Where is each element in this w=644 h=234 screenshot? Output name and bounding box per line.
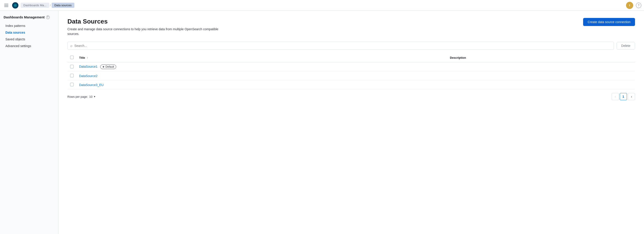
rows-per-page[interactable]: Rows per page: 10 ▾ — [68, 95, 95, 98]
sidebar-item-index-patterns[interactable]: Index patterns — [4, 23, 54, 29]
next-page-button[interactable]: › — [628, 93, 635, 100]
datasource3-link[interactable]: DataSource3_EU — [79, 83, 104, 87]
nav-right: t ? — [626, 2, 641, 9]
main-content: Data Sources Create and manage data sour… — [58, 11, 644, 234]
search-icon: ⌕ — [70, 44, 72, 48]
breadcrumb-current[interactable]: Data sources — [52, 3, 74, 8]
row-2-description-cell — [447, 72, 635, 81]
svg-rect-2 — [4, 6, 8, 7]
row-2-checkbox[interactable] — [70, 74, 74, 77]
table-row: DataSource3_EU — [68, 81, 635, 89]
sidebar-item-advanced-settings[interactable]: Advanced settings — [4, 43, 54, 49]
sidebar-nav: Index patterns Data sources Saved object… — [4, 23, 54, 49]
search-wrapper: ⌕ — [68, 42, 614, 50]
data-sources-table: Title ↑ Description DataSource1 ★ — [68, 53, 635, 89]
sidebar-item-saved-objects[interactable]: Saved objects — [4, 36, 54, 42]
top-nav: Dashboards Ma... / Data sources t ? — [0, 0, 644, 11]
row-1-checkbox[interactable] — [70, 65, 74, 68]
sidebar: Dashboards Management ? Index patterns D… — [0, 11, 58, 234]
default-badge-label: Default — [106, 65, 114, 68]
table-body: DataSource1 ★ Default DataSource2 — [68, 62, 635, 89]
breadcrumb: Dashboards Ma... / Data sources — [21, 3, 624, 8]
sort-icon: ↑ — [87, 56, 88, 59]
main-header: Data Sources Create and manage data sour… — [68, 18, 635, 36]
col-header-title[interactable]: Title ↑ — [76, 53, 447, 62]
row-3-checkbox-cell — [68, 81, 76, 89]
rows-per-page-chevron: ▾ — [94, 95, 95, 98]
select-all-checkbox[interactable] — [70, 56, 74, 59]
pagination-controls: ‹ 1 › — [612, 93, 635, 100]
current-page-number[interactable]: 1 — [620, 93, 627, 100]
create-data-source-button[interactable]: Create data source connection — [583, 18, 635, 26]
row-1-checkbox-cell — [68, 62, 76, 72]
default-badge: ★ Default — [100, 65, 116, 69]
row-1-description-cell — [447, 62, 635, 72]
help-button[interactable]: ? — [636, 3, 641, 8]
table-row: DataSource1 ★ Default — [68, 62, 635, 72]
search-delete-row: ⌕ Delete — [68, 42, 635, 50]
user-avatar[interactable]: t — [626, 2, 633, 9]
sidebar-title: Dashboards Management ? — [4, 15, 54, 19]
svg-rect-0 — [4, 4, 8, 4]
sidebar-help-icon[interactable]: ? — [46, 15, 50, 19]
row-3-description-cell — [447, 81, 635, 89]
delete-button[interactable]: Delete — [616, 42, 635, 50]
col-header-description: Description — [447, 53, 635, 62]
col-title-label: Title — [79, 56, 85, 59]
page-title: Data Sources — [68, 18, 225, 25]
default-badge-icon: ★ — [102, 65, 105, 68]
breadcrumb-separator: / — [50, 4, 51, 7]
prev-page-button[interactable]: ‹ — [612, 93, 619, 100]
rows-per-page-value: 10 — [89, 95, 92, 98]
main-layout: Dashboards Management ? Index patterns D… — [0, 11, 644, 234]
row-1-title-cell: DataSource1 ★ Default — [76, 62, 447, 72]
table-header-row: Title ↑ Description — [68, 53, 635, 62]
row-3-checkbox[interactable] — [70, 83, 74, 86]
header-select-all[interactable] — [68, 53, 76, 62]
datasource2-link[interactable]: DataSource2 — [79, 74, 98, 78]
search-input[interactable] — [74, 44, 611, 47]
page-description: Create and manage data source connection… — [68, 27, 225, 36]
sidebar-item-data-sources[interactable]: Data sources — [4, 29, 54, 36]
sidebar-title-text: Dashboards Management — [4, 15, 45, 19]
header-text-block: Data Sources Create and manage data sour… — [68, 18, 225, 36]
table-row: DataSource2 — [68, 72, 635, 81]
row-3-title-cell: DataSource3_EU — [76, 81, 447, 89]
breadcrumb-parent[interactable]: Dashboards Ma... — [21, 3, 49, 8]
rows-per-page-label: Rows per page: — [68, 95, 88, 98]
app-logo — [12, 2, 19, 9]
datasource1-link[interactable]: DataSource1 — [79, 65, 98, 68]
row-2-checkbox-cell — [68, 72, 76, 81]
hamburger-button[interactable] — [3, 2, 10, 9]
svg-rect-1 — [4, 5, 8, 5]
pagination-row: Rows per page: 10 ▾ ‹ 1 › — [68, 90, 635, 103]
svg-point-3 — [12, 2, 18, 8]
row-2-title-cell: DataSource2 — [76, 72, 447, 81]
